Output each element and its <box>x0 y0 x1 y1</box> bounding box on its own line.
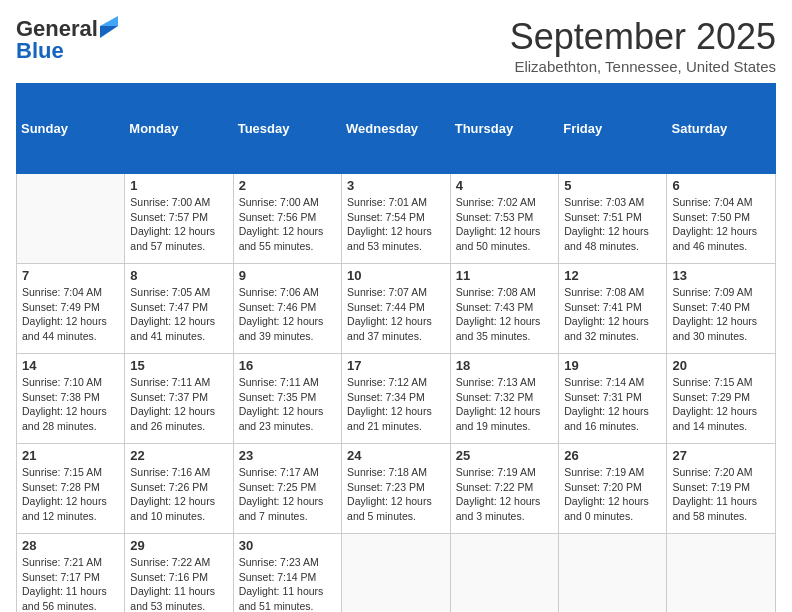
calendar-cell: 18Sunrise: 7:13 AM Sunset: 7:32 PM Dayli… <box>450 354 558 444</box>
day-number: 10 <box>347 268 445 283</box>
day-info: Sunrise: 7:06 AM Sunset: 7:46 PM Dayligh… <box>239 285 336 344</box>
day-number: 2 <box>239 178 336 193</box>
calendar-table: SundayMondayTuesdayWednesdayThursdayFrid… <box>16 83 776 612</box>
day-number: 20 <box>672 358 770 373</box>
day-number: 24 <box>347 448 445 463</box>
day-number: 21 <box>22 448 119 463</box>
day-info: Sunrise: 7:19 AM Sunset: 7:22 PM Dayligh… <box>456 465 553 524</box>
day-number: 30 <box>239 538 336 553</box>
day-info: Sunrise: 7:03 AM Sunset: 7:51 PM Dayligh… <box>564 195 661 254</box>
calendar-cell: 3Sunrise: 7:01 AM Sunset: 7:54 PM Daylig… <box>342 174 451 264</box>
calendar-week-row: 7Sunrise: 7:04 AM Sunset: 7:49 PM Daylig… <box>17 264 776 354</box>
calendar-week-row: 28Sunrise: 7:21 AM Sunset: 7:17 PM Dayli… <box>17 534 776 613</box>
day-number: 26 <box>564 448 661 463</box>
day-info: Sunrise: 7:04 AM Sunset: 7:49 PM Dayligh… <box>22 285 119 344</box>
day-info: Sunrise: 7:08 AM Sunset: 7:41 PM Dayligh… <box>564 285 661 344</box>
day-info: Sunrise: 7:11 AM Sunset: 7:37 PM Dayligh… <box>130 375 227 434</box>
day-number: 14 <box>22 358 119 373</box>
calendar-week-row: 14Sunrise: 7:10 AM Sunset: 7:38 PM Dayli… <box>17 354 776 444</box>
calendar-cell: 8Sunrise: 7:05 AM Sunset: 7:47 PM Daylig… <box>125 264 233 354</box>
day-number: 25 <box>456 448 553 463</box>
calendar-cell: 29Sunrise: 7:22 AM Sunset: 7:16 PM Dayli… <box>125 534 233 613</box>
day-info: Sunrise: 7:00 AM Sunset: 7:56 PM Dayligh… <box>239 195 336 254</box>
day-info: Sunrise: 7:17 AM Sunset: 7:25 PM Dayligh… <box>239 465 336 524</box>
day-info: Sunrise: 7:21 AM Sunset: 7:17 PM Dayligh… <box>22 555 119 612</box>
day-number: 15 <box>130 358 227 373</box>
month-title: September 2025 <box>510 16 776 58</box>
day-number: 29 <box>130 538 227 553</box>
calendar-cell: 12Sunrise: 7:08 AM Sunset: 7:41 PM Dayli… <box>559 264 667 354</box>
calendar-cell: 15Sunrise: 7:11 AM Sunset: 7:37 PM Dayli… <box>125 354 233 444</box>
day-number: 4 <box>456 178 553 193</box>
title-block: September 2025 Elizabethton, Tennessee, … <box>510 16 776 75</box>
calendar-cell: 23Sunrise: 7:17 AM Sunset: 7:25 PM Dayli… <box>233 444 341 534</box>
day-info: Sunrise: 7:20 AM Sunset: 7:19 PM Dayligh… <box>672 465 770 524</box>
day-number: 7 <box>22 268 119 283</box>
svg-marker-0 <box>100 26 118 38</box>
calendar-cell: 30Sunrise: 7:23 AM Sunset: 7:14 PM Dayli… <box>233 534 341 613</box>
day-number: 9 <box>239 268 336 283</box>
calendar-cell: 6Sunrise: 7:04 AM Sunset: 7:50 PM Daylig… <box>667 174 776 264</box>
calendar-cell: 7Sunrise: 7:04 AM Sunset: 7:49 PM Daylig… <box>17 264 125 354</box>
day-number: 6 <box>672 178 770 193</box>
calendar-cell <box>450 534 558 613</box>
logo: General Blue <box>16 16 118 64</box>
location-subtitle: Elizabethton, Tennessee, United States <box>510 58 776 75</box>
weekday-header-friday: Friday <box>559 84 667 174</box>
calendar-cell: 10Sunrise: 7:07 AM Sunset: 7:44 PM Dayli… <box>342 264 451 354</box>
day-number: 22 <box>130 448 227 463</box>
calendar-cell <box>559 534 667 613</box>
logo-general-text: General <box>16 18 98 40</box>
day-info: Sunrise: 7:19 AM Sunset: 7:20 PM Dayligh… <box>564 465 661 524</box>
day-info: Sunrise: 7:14 AM Sunset: 7:31 PM Dayligh… <box>564 375 661 434</box>
calendar-week-row: 21Sunrise: 7:15 AM Sunset: 7:28 PM Dayli… <box>17 444 776 534</box>
day-number: 5 <box>564 178 661 193</box>
calendar-cell: 19Sunrise: 7:14 AM Sunset: 7:31 PM Dayli… <box>559 354 667 444</box>
calendar-cell: 24Sunrise: 7:18 AM Sunset: 7:23 PM Dayli… <box>342 444 451 534</box>
day-number: 12 <box>564 268 661 283</box>
day-info: Sunrise: 7:11 AM Sunset: 7:35 PM Dayligh… <box>239 375 336 434</box>
weekday-header-sunday: Sunday <box>17 84 125 174</box>
day-info: Sunrise: 7:04 AM Sunset: 7:50 PM Dayligh… <box>672 195 770 254</box>
weekday-header-monday: Monday <box>125 84 233 174</box>
calendar-cell: 1Sunrise: 7:00 AM Sunset: 7:57 PM Daylig… <box>125 174 233 264</box>
calendar-cell: 2Sunrise: 7:00 AM Sunset: 7:56 PM Daylig… <box>233 174 341 264</box>
calendar-cell: 28Sunrise: 7:21 AM Sunset: 7:17 PM Dayli… <box>17 534 125 613</box>
logo-blue-text: Blue <box>16 38 64 64</box>
calendar-cell <box>342 534 451 613</box>
calendar-cell: 20Sunrise: 7:15 AM Sunset: 7:29 PM Dayli… <box>667 354 776 444</box>
day-number: 11 <box>456 268 553 283</box>
day-number: 19 <box>564 358 661 373</box>
calendar-cell: 11Sunrise: 7:08 AM Sunset: 7:43 PM Dayli… <box>450 264 558 354</box>
day-info: Sunrise: 7:18 AM Sunset: 7:23 PM Dayligh… <box>347 465 445 524</box>
weekday-header-tuesday: Tuesday <box>233 84 341 174</box>
calendar-header-row: SundayMondayTuesdayWednesdayThursdayFrid… <box>17 84 776 174</box>
day-number: 8 <box>130 268 227 283</box>
calendar-cell: 4Sunrise: 7:02 AM Sunset: 7:53 PM Daylig… <box>450 174 558 264</box>
day-info: Sunrise: 7:22 AM Sunset: 7:16 PM Dayligh… <box>130 555 227 612</box>
calendar-week-row: 1Sunrise: 7:00 AM Sunset: 7:57 PM Daylig… <box>17 174 776 264</box>
day-info: Sunrise: 7:15 AM Sunset: 7:29 PM Dayligh… <box>672 375 770 434</box>
calendar-cell: 26Sunrise: 7:19 AM Sunset: 7:20 PM Dayli… <box>559 444 667 534</box>
day-number: 23 <box>239 448 336 463</box>
day-number: 27 <box>672 448 770 463</box>
calendar-cell: 16Sunrise: 7:11 AM Sunset: 7:35 PM Dayli… <box>233 354 341 444</box>
day-info: Sunrise: 7:08 AM Sunset: 7:43 PM Dayligh… <box>456 285 553 344</box>
day-info: Sunrise: 7:13 AM Sunset: 7:32 PM Dayligh… <box>456 375 553 434</box>
day-info: Sunrise: 7:23 AM Sunset: 7:14 PM Dayligh… <box>239 555 336 612</box>
day-number: 13 <box>672 268 770 283</box>
calendar-cell: 9Sunrise: 7:06 AM Sunset: 7:46 PM Daylig… <box>233 264 341 354</box>
calendar-cell: 22Sunrise: 7:16 AM Sunset: 7:26 PM Dayli… <box>125 444 233 534</box>
page-header: General Blue September 2025 Elizabethton… <box>16 16 776 75</box>
weekday-header-saturday: Saturday <box>667 84 776 174</box>
calendar-cell: 25Sunrise: 7:19 AM Sunset: 7:22 PM Dayli… <box>450 444 558 534</box>
day-number: 3 <box>347 178 445 193</box>
day-info: Sunrise: 7:00 AM Sunset: 7:57 PM Dayligh… <box>130 195 227 254</box>
calendar-cell: 5Sunrise: 7:03 AM Sunset: 7:51 PM Daylig… <box>559 174 667 264</box>
day-number: 28 <box>22 538 119 553</box>
calendar-cell <box>667 534 776 613</box>
day-number: 16 <box>239 358 336 373</box>
calendar-cell: 21Sunrise: 7:15 AM Sunset: 7:28 PM Dayli… <box>17 444 125 534</box>
weekday-header-wednesday: Wednesday <box>342 84 451 174</box>
calendar-cell <box>17 174 125 264</box>
